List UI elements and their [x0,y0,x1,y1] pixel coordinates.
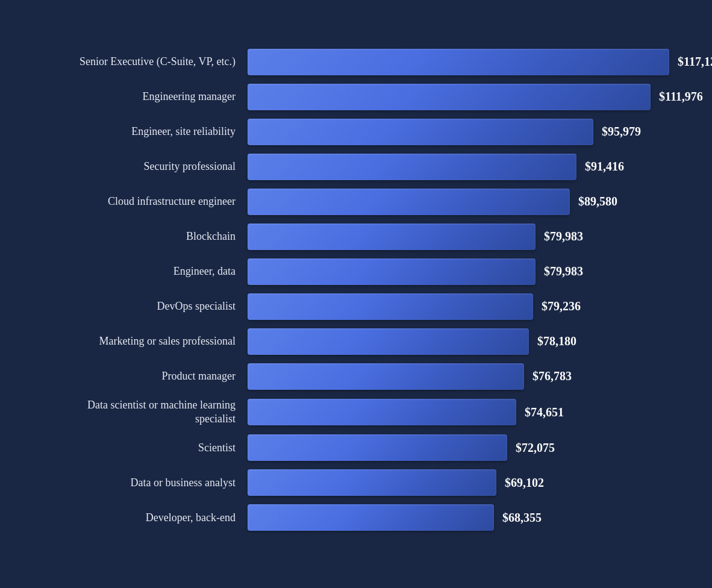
bar-wrapper: $68,355 [248,504,663,531]
table-row: Data or business analyst$69,102 [49,469,663,496]
table-row: Developer, back-end$68,355 [49,504,663,531]
bar-wrapper: $74,651 [248,399,663,425]
table-row: Blockchain$79,983 [49,224,663,250]
bar-label: Engineer, data [49,264,248,278]
bar-value: $117,126 [678,55,712,69]
bar-label: Engineering manager [49,90,248,104]
bar-value: $78,180 [537,334,576,348]
bar-label: Security professional [49,160,248,174]
table-row: Scientist$72,075 [49,434,663,461]
table-row: Engineer, site reliability$95,979 [49,119,663,145]
bar-label: DevOps specialist [49,299,248,313]
bar-value: $79,983 [544,264,583,278]
bar-label: Senior Executive (C-Suite, VP, etc.) [49,55,248,69]
bar-wrapper: $79,236 [248,293,663,320]
bar-value: $89,580 [578,195,617,208]
bar [248,49,669,75]
bar-value: $68,355 [502,511,542,525]
table-row: Senior Executive (C-Suite, VP, etc.)$117… [49,49,663,75]
bar-value: $79,983 [544,230,583,243]
bar [248,434,507,461]
bar [248,469,496,496]
table-row: Security professional$91,416 [49,154,663,180]
bar-wrapper: $111,976 [248,84,703,110]
bar-value: $79,236 [542,299,581,313]
bar [248,399,516,425]
bar-label: Engineer, site reliability [49,125,248,139]
table-row: Product manager$76,783 [49,363,663,390]
bar [248,154,576,180]
table-row: DevOps specialist$79,236 [49,293,663,320]
bar-value: $91,416 [585,160,624,174]
bar-label: Marketing or sales professional [49,334,248,348]
bar-label: Developer, back-end [49,511,248,525]
bar-label: Cloud infrastructure engineer [49,195,248,208]
bar [248,84,651,110]
bar-label: Blockchain [49,230,248,243]
bar-wrapper: $79,983 [248,224,663,250]
bar [248,328,529,355]
bar [248,363,524,390]
bar-value: $72,075 [516,441,555,455]
bar [248,224,536,250]
bar-wrapper: $79,983 [248,258,663,285]
bar-value: $74,651 [525,405,564,419]
table-row: Cloud infrastructure engineer$89,580 [49,189,663,215]
table-row: Engineering manager$111,976 [49,84,663,110]
bar-value: $95,979 [602,125,641,139]
bar [248,504,494,531]
bar [248,189,570,215]
bar-wrapper: $69,102 [248,469,663,496]
bar-wrapper: $89,580 [248,189,663,215]
bar-chart: Senior Executive (C-Suite, VP, etc.)$117… [25,37,687,552]
bar-wrapper: $72,075 [248,434,663,461]
bar-label: Product manager [49,369,248,383]
bar-value: $76,783 [532,369,572,383]
bar [248,293,533,320]
table-row: Marketing or sales professional$78,180 [49,328,663,355]
bar-label: Scientist [49,441,248,455]
bar-value: $69,102 [505,476,544,490]
bar-wrapper: $117,126 [248,49,712,75]
bar-wrapper: $91,416 [248,154,663,180]
table-row: Engineer, data$79,983 [49,258,663,285]
bar-wrapper: $95,979 [248,119,663,145]
bar-wrapper: $76,783 [248,363,663,390]
bar-wrapper: $78,180 [248,328,663,355]
bar [248,258,536,285]
bar-label: Data scientist or machine learning speci… [49,398,248,427]
table-row: Data scientist or machine learning speci… [49,398,663,427]
bar-label: Data or business analyst [49,476,248,490]
bar [248,119,593,145]
bar-value: $111,976 [659,90,703,104]
